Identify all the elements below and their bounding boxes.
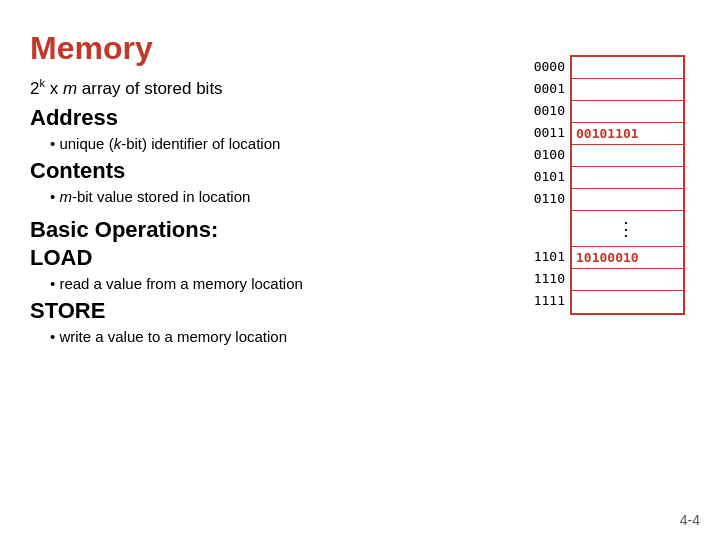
grid-row-0 [572, 57, 683, 79]
page-number: 4-4 [680, 512, 700, 528]
memory-grid-top: 00101101 ⋮ 10100010 [570, 55, 685, 315]
grid-container: 00101101 ⋮ 10100010 [570, 55, 685, 315]
addr-0100: 0100 [530, 143, 565, 165]
grid-row-4 [572, 145, 683, 167]
addr-0110: 0110 [530, 187, 565, 209]
address-labels-top: 0000 0001 0010 0011 0100 0101 0110 1101 … [530, 55, 565, 311]
grid-dots: ⋮ [572, 211, 683, 247]
grid-row-1111 [572, 291, 683, 313]
grid-row-2 [572, 101, 683, 123]
grid-row-5 [572, 167, 683, 189]
addr-0001: 0001 [530, 77, 565, 99]
addr-0010: 0010 [530, 99, 565, 121]
grid-row-1101: 10100010 [572, 247, 683, 269]
value-00101101: 00101101 [576, 126, 639, 141]
addr-0000: 0000 [530, 55, 565, 77]
addr-1101: 1101 [530, 245, 565, 267]
grid-row-3: 00101101 [572, 123, 683, 145]
grid-row-1110 [572, 269, 683, 291]
addr-1110: 1110 [530, 267, 565, 289]
addr-0011: 0011 [530, 121, 565, 143]
grid-row-1 [572, 79, 683, 101]
addr-1111: 1111 [530, 289, 565, 311]
memory-diagram: 0000 0001 0010 0011 0100 0101 0110 1101 … [530, 55, 685, 315]
addr-dots-spacer [530, 209, 565, 245]
store-bullet: • write a value to a memory location [50, 328, 690, 345]
addr-0101: 0101 [530, 165, 565, 187]
grid-row-6 [572, 189, 683, 211]
value-10100010: 10100010 [576, 250, 639, 265]
